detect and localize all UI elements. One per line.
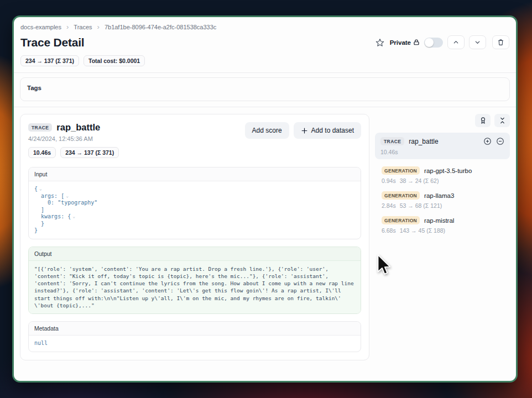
privacy-status: Private xyxy=(390,39,420,46)
output-panel-label: Output xyxy=(29,247,361,261)
json-line: ] xyxy=(34,207,44,214)
tags-label: Tags xyxy=(27,85,41,91)
collapse-node-icon[interactable]: ⌄ xyxy=(72,214,75,219)
collapse-all-button[interactable] xyxy=(494,114,510,127)
json-line: args: [ xyxy=(34,193,64,200)
trace-detail-card: TRACE rap_battle 4/24/2024, 12:45:36 AM … xyxy=(20,114,369,360)
add-to-dataset-label: Add to dataset xyxy=(311,127,354,134)
generation-type-badge: GENERATION xyxy=(382,191,420,200)
chevron-down-icon xyxy=(474,39,481,45)
output-panel: Output "[{'role': 'system', 'content': '… xyxy=(28,247,361,315)
chevron-right-icon: › xyxy=(66,23,69,30)
lock-icon xyxy=(413,39,420,46)
tree-trace-latency: 10.46s xyxy=(380,149,504,155)
json-line: 0: "typography" xyxy=(34,200,97,207)
input-panel: Input {⌄ args: [⌄ 0: "typography" ] kwar… xyxy=(28,167,361,239)
generation-tokens: 53 → 68 (Σ 121) xyxy=(400,202,442,209)
trace-type-badge: TRACE xyxy=(380,137,404,145)
expand-all-button[interactable] xyxy=(483,137,492,145)
delete-trace-button[interactable] xyxy=(492,35,509,49)
collapse-node-icon[interactable]: ⌄ xyxy=(39,187,42,191)
metadata-panel-label: Metadata xyxy=(29,322,361,336)
page-header: docs-examples › Traces › 7b1af1be-8096-4… xyxy=(14,17,516,73)
collapse-node-icon[interactable]: ⌄ xyxy=(66,194,69,198)
json-line: } xyxy=(34,227,38,234)
tags-section[interactable]: Tags xyxy=(20,77,510,101)
json-line: } xyxy=(34,221,44,228)
trace-name: rap_battle xyxy=(56,122,100,133)
tree-generation-row[interactable]: GENERATION rap-llama3 2.84s53 → 68 (Σ 12… xyxy=(382,191,510,209)
trash-icon xyxy=(497,39,504,46)
toggle-scores-button[interactable] xyxy=(475,114,491,127)
trace-timestamp: 4/24/2024, 12:45:36 AM xyxy=(28,135,119,142)
award-icon xyxy=(479,117,487,124)
tree-generation-row[interactable]: GENERATION rap-mistral 6.68s143 → 45 (Σ … xyxy=(382,216,510,234)
generation-type-badge: GENERATION xyxy=(382,166,420,175)
previous-trace-button[interactable] xyxy=(447,35,465,49)
app-window: docs-examples › Traces › 7b1af1be-8096-4… xyxy=(12,15,518,383)
add-score-button[interactable]: Add score xyxy=(245,122,289,139)
minus-circle-icon xyxy=(496,137,504,145)
trace-token-usage-badge: 234 → 137 (Σ 371) xyxy=(60,147,119,158)
bookmark-star-button[interactable] xyxy=(374,37,385,48)
input-json-viewer: {⌄ args: [⌄ 0: "typography" ] kwargs: {⌄… xyxy=(29,181,361,239)
chevron-right-icon: › xyxy=(97,23,100,30)
collapse-tree-button[interactable] xyxy=(496,137,504,145)
generation-latency: 2.84s xyxy=(382,202,396,209)
public-toggle[interactable] xyxy=(424,38,443,48)
collapse-vertical-icon xyxy=(499,117,506,124)
generation-name: rap-mistral xyxy=(424,217,454,224)
star-icon xyxy=(375,38,384,47)
output-text: "[{'role': 'system', 'content': 'You are… xyxy=(34,265,355,310)
toggle-knob xyxy=(425,38,434,47)
add-score-label: Add score xyxy=(252,127,282,134)
generation-name: rap-llama3 xyxy=(424,192,454,199)
desktop-wallpaper: docs-examples › Traces › 7b1af1be-8096-4… xyxy=(0,0,532,398)
trace-latency-badge: 10.46s xyxy=(28,147,56,158)
tree-trace-row[interactable]: TRACE rap_battle 10.4 xyxy=(375,133,510,159)
json-line: { xyxy=(34,186,38,193)
plus-circle-icon xyxy=(483,137,492,145)
next-trace-button[interactable] xyxy=(469,35,486,49)
token-usage-badge: 234 → 137 (Σ 371) xyxy=(20,55,79,66)
generation-latency: 6.68s xyxy=(382,227,396,234)
chevron-up-icon xyxy=(453,39,459,45)
breadcrumb: docs-examples › Traces › 7b1af1be-8096-4… xyxy=(20,23,509,30)
metadata-value: null xyxy=(34,340,48,347)
tree-trace-name: rap_battle xyxy=(409,138,479,145)
total-cost-badge: Total cost: $0.0001 xyxy=(84,55,145,66)
page-title: Trace Detail xyxy=(20,36,85,49)
trace-type-badge: TRACE xyxy=(28,123,52,132)
add-to-dataset-button[interactable]: Add to dataset xyxy=(294,122,361,139)
json-line: kwargs: { xyxy=(34,213,71,221)
generation-tokens: 38 → 24 (Σ 62) xyxy=(400,177,439,184)
generation-latency: 0.94s xyxy=(382,177,396,184)
breadcrumb-project[interactable]: docs-examples xyxy=(20,24,61,30)
observation-tree: TRACE rap_battle 10.4 xyxy=(375,114,510,234)
generation-name: rap-gpt-3.5-turbo xyxy=(424,167,472,174)
input-panel-label: Input xyxy=(29,167,361,181)
generation-tokens: 143 → 45 (Σ 188) xyxy=(400,227,445,234)
breadcrumb-traces[interactable]: Traces xyxy=(74,24,92,30)
metadata-panel: Metadata null xyxy=(28,321,361,352)
privacy-label: Private xyxy=(390,39,411,46)
plus-icon xyxy=(301,127,308,134)
generation-type-badge: GENERATION xyxy=(382,216,420,224)
breadcrumb-trace-id: 7b1af1be-8096-474e-a2fc-081538ca333c xyxy=(105,24,216,30)
tree-generation-row[interactable]: GENERATION rap-gpt-3.5-turbo 0.94s38 → 2… xyxy=(382,166,510,184)
